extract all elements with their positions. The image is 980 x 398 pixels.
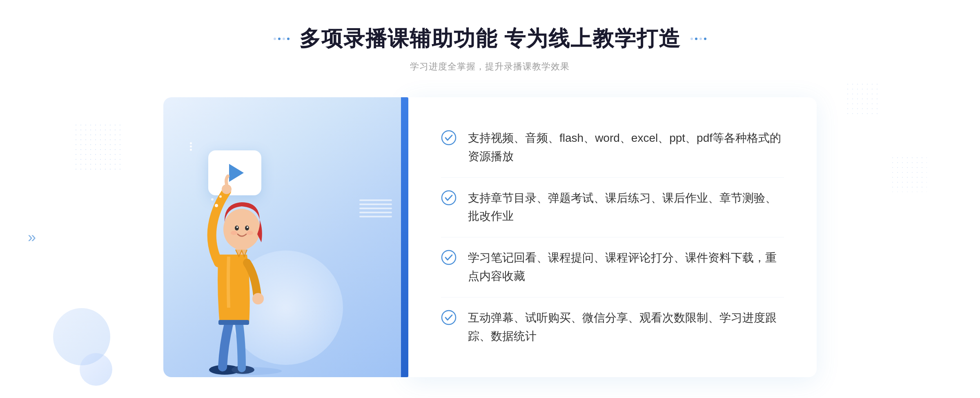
- svg-point-19: [442, 250, 456, 264]
- title-dot-7: [699, 38, 702, 40]
- svg-point-18: [442, 191, 456, 205]
- person-illustration: [176, 136, 314, 377]
- feature-item-3: 学习笔记回看、课程提问、课程评论打分、课件资料下载，重点内容收藏: [441, 237, 784, 297]
- page-wrapper: » 多项录播课辅助功能 专为线上教学打造 学习进度全掌握，提升录播课教学效果: [0, 0, 980, 398]
- title-dots-left: [274, 38, 290, 40]
- title-dots-right: [690, 38, 706, 40]
- stripe-3: [359, 208, 392, 209]
- check-icon-4: [441, 310, 457, 325]
- title-dot-6: [695, 38, 697, 40]
- check-icon-1: [441, 130, 457, 145]
- title-dot-8: [704, 38, 706, 40]
- page-title: 多项录播课辅助功能 专为线上教学打造: [299, 25, 681, 53]
- svg-point-12: [247, 231, 253, 235]
- svg-point-20: [442, 311, 456, 324]
- feature-item-2: 支持章节目录、弹题考试、课后练习、课后作业、章节测验、批改作业: [441, 178, 784, 238]
- title-dot-1: [274, 38, 276, 40]
- stripes-decor: [359, 199, 392, 232]
- svg-point-8: [236, 226, 238, 228]
- svg-point-10: [247, 226, 248, 228]
- dots-decor-left: [74, 123, 122, 172]
- features-panel: 支持视频、音频、flash、word、excel、ppt、pdf等各种格式的资源…: [408, 97, 817, 377]
- stripe-4: [359, 212, 392, 213]
- stripe-5: [359, 216, 392, 217]
- dots-decor-right-mid: [890, 155, 927, 192]
- header-section: 多项录播课辅助功能 专为线上教学打造 学习进度全掌握，提升录播课教学效果: [274, 25, 706, 73]
- circle-decor-small: [80, 353, 112, 386]
- feature-text-1: 支持视频、音频、flash、word、excel、ppt、pdf等各种格式的资源…: [468, 129, 784, 166]
- title-dot-3: [283, 38, 285, 40]
- check-icon-3: [441, 250, 457, 265]
- svg-point-16: [219, 195, 222, 198]
- panel-accent: [401, 97, 408, 377]
- svg-point-9: [245, 226, 249, 230]
- svg-rect-13: [218, 320, 249, 325]
- check-icon-2: [441, 190, 457, 206]
- stripe-2: [359, 203, 392, 205]
- feature-text-3: 学习笔记回看、课程提问、课程评论打分、课件资料下载，重点内容收藏: [468, 249, 784, 286]
- feature-text-2: 支持章节目录、弹题考试、课后练习、课后作业、章节测验、批改作业: [468, 189, 784, 226]
- content-area: 支持视频、音频、flash、word、excel、ppt、pdf等各种格式的资源…: [163, 97, 817, 377]
- svg-point-4: [252, 293, 264, 304]
- svg-point-6: [223, 209, 260, 250]
- feature-text-4: 互动弹幕、试听购买、微信分享、观看次数限制、学习进度跟踪、数据统计: [468, 309, 784, 346]
- feature-item-1: 支持视频、音频、flash、word、excel、ppt、pdf等各种格式的资源…: [441, 118, 784, 178]
- title-dot-4: [287, 38, 290, 40]
- svg-point-11: [231, 231, 237, 235]
- svg-point-17: [442, 131, 456, 145]
- title-dot-2: [278, 38, 281, 40]
- svg-point-14: [215, 204, 218, 207]
- dots-decor-right-top: [845, 82, 878, 114]
- feature-item-4: 互动弹幕、试听购买、微信分享、观看次数限制、学习进度跟踪、数据统计: [441, 297, 784, 357]
- stripe-1: [359, 199, 392, 201]
- svg-point-7: [235, 226, 239, 230]
- title-row: 多项录播课辅助功能 专为线上教学打造: [274, 25, 706, 53]
- svg-point-15: [211, 198, 214, 201]
- image-panel: [163, 97, 408, 377]
- title-dot-5: [690, 38, 693, 40]
- page-subtitle: 学习进度全掌握，提升录播课教学效果: [410, 60, 570, 73]
- chevron-left-icon: »: [28, 229, 36, 246]
